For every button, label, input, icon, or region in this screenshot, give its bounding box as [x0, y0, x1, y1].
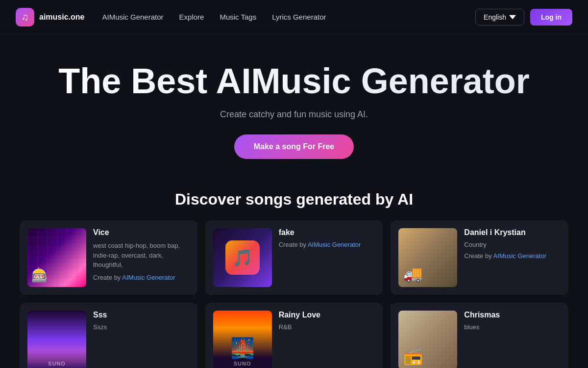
song-title-fake: fake	[279, 228, 375, 237]
logo-text: aimusic.one	[39, 13, 84, 22]
song-thumb-daniel	[398, 228, 457, 287]
hero-title: The Best AIMusic Generator	[10, 62, 578, 101]
fake-inner-icon: 🎵	[225, 240, 260, 275]
logo-icon: ♫	[16, 8, 34, 26]
creator-link-vice[interactable]: AIMusic Generator	[122, 274, 175, 281]
song-card-sss[interactable]: SUNO Sss Sszs	[20, 303, 197, 368]
logo[interactable]: ♫ aimusic.one	[16, 8, 84, 26]
nav-links: AIMusic Generator Explore Music Tags Lyr…	[102, 13, 475, 21]
create-by-daniel: Create by AIMusic Generator	[464, 252, 561, 260]
create-by-vice: Create by AIMusic Generator	[93, 274, 190, 281]
cta-button[interactable]: Make a song For Free	[234, 134, 354, 159]
nav-link-explore[interactable]: Explore	[179, 13, 204, 21]
song-genre-rainy: R&B	[279, 323, 375, 331]
song-genre-daniel: Country	[464, 241, 561, 248]
navbar: ♫ aimusic.one AIMusic Generator Explore …	[0, 0, 588, 34]
nav-link-lyrics[interactable]: Lyrics Generator	[272, 13, 326, 21]
song-title-vice: Vice	[93, 228, 190, 237]
language-button[interactable]: English	[475, 9, 524, 26]
discover-heading: Discover songs generated by AI	[20, 190, 568, 209]
song-thumb-vice	[27, 228, 86, 287]
song-card-daniel[interactable]: Daniel i Krystian Country Create by AIMu…	[391, 220, 568, 295]
song-info-daniel: Daniel i Krystian Country Create by AIMu…	[464, 228, 561, 260]
song-info-rainy: Rainy Love R&B	[279, 311, 375, 335]
song-title-chrismas: Chrismas	[464, 311, 561, 319]
song-thumb-chrismas	[398, 311, 457, 368]
nav-link-musictags[interactable]: Music Tags	[220, 13, 256, 21]
create-by-fake: Create by AIMusic Generator	[279, 241, 375, 248]
nav-right: English Log in	[475, 9, 572, 26]
song-info-vice: Vice west coast hip-hop, boom bap, indie…	[93, 228, 190, 281]
suno-label-rainy: SUNO	[234, 361, 251, 367]
nav-link-aimusic[interactable]: AIMusic Generator	[102, 13, 163, 21]
song-thumb-fake: 🎵	[213, 228, 272, 287]
song-thumb-sss: SUNO	[27, 311, 86, 368]
song-genre-chrismas: blues	[464, 323, 561, 331]
chevron-down-icon	[509, 14, 516, 21]
song-card-fake[interactable]: 🎵 fake Create by AIMusic Generator	[205, 220, 383, 295]
discover-section: Discover songs generated by AI Vice west…	[0, 179, 588, 368]
song-info-fake: fake Create by AIMusic Generator	[279, 228, 375, 248]
song-title-sss: Sss	[93, 311, 190, 319]
login-button[interactable]: Log in	[530, 9, 572, 26]
creator-link-fake[interactable]: AIMusic Generator	[308, 241, 361, 248]
song-info-chrismas: Chrismas blues	[464, 311, 561, 335]
suno-label-sss: SUNO	[48, 361, 66, 367]
song-card-vice[interactable]: Vice west coast hip-hop, boom bap, indie…	[20, 220, 197, 295]
song-genre-sss: Sszs	[93, 323, 190, 331]
hero-section: The Best AIMusic Generator Create catchy…	[0, 34, 588, 179]
song-thumb-rainy: SUNO	[213, 311, 272, 368]
hero-subtitle: Create catchy and fun music using AI.	[10, 109, 578, 120]
creator-link-daniel[interactable]: AIMusic Generator	[493, 252, 546, 260]
song-info-sss: Sss Sszs	[93, 311, 190, 335]
song-desc-vice: west coast hip-hop, boom bap, indie-rap,…	[93, 241, 190, 270]
song-title-rainy: Rainy Love	[279, 311, 375, 319]
language-label: English	[484, 13, 506, 21]
song-title-daniel: Daniel i Krystian	[464, 228, 561, 237]
song-card-chrismas[interactable]: Chrismas blues	[391, 303, 568, 368]
song-card-rainy[interactable]: SUNO Rainy Love R&B	[205, 303, 383, 368]
song-grid: Vice west coast hip-hop, boom bap, indie…	[20, 220, 568, 368]
